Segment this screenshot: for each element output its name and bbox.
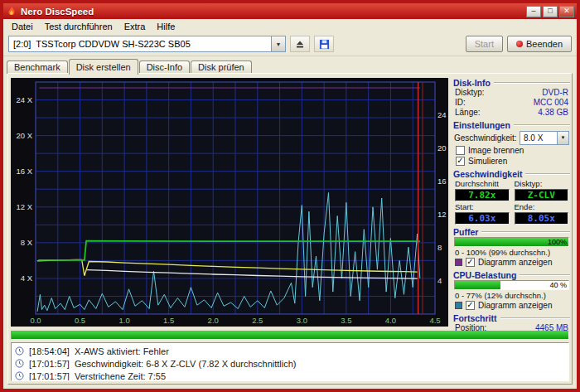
info-row: ID:MCC 004 [453, 98, 570, 108]
simulate-label: Simulieren [468, 157, 507, 166]
clock-icon [15, 346, 24, 356]
svg-text:8 X: 8 X [21, 238, 33, 247]
drive-selector-value: [2:0] TSSTcorp CDDVDW SH-S223C SB05 [13, 39, 191, 49]
svg-text:24 X: 24 X [16, 95, 32, 104]
save-icon [319, 39, 330, 50]
svg-text:16 X: 16 X [16, 167, 32, 176]
log-entry: [17:01:57]Verstrichene Zeit: 7:55 [15, 370, 565, 381]
buffer-title: Puffer [453, 227, 478, 237]
log-list[interactable]: [18:54:04]X-AWS aktiviert: Fehler[17:01:… [11, 342, 569, 381]
svg-text:8: 8 [437, 243, 442, 252]
eject-button[interactable] [290, 36, 310, 52]
clock-icon [15, 371, 24, 380]
tab-content: 4 X8 X12 X16 X20 X24 X48121620240.00.51.… [7, 73, 573, 385]
svg-text:16: 16 [437, 177, 447, 186]
overall-progress-bar [11, 331, 569, 340]
buffer-range: 0 - 100% (99% durchschn.) [453, 248, 570, 257]
save-button[interactable] [314, 36, 334, 52]
end-label: Ende: [515, 202, 569, 211]
cpu-diagram-label: Diagramm anzeigen [478, 301, 553, 310]
chevron-down-icon[interactable]: ▼ [271, 36, 285, 51]
buffer-legend-swatch [455, 259, 462, 266]
cpu-percent: 40 % [549, 281, 567, 289]
tab-disk-erstellen[interactable]: Disk erstellen [69, 59, 138, 75]
buffer-bar: 100% [454, 237, 569, 247]
menu-item-test-durchf-hren[interactable]: Test durchführen [40, 21, 118, 33]
menu-item-hilfe[interactable]: Hilfe [152, 21, 180, 33]
quit-button-label: Beenden [526, 39, 563, 49]
svg-text:0.5: 0.5 [75, 316, 85, 325]
clock-icon [15, 359, 24, 368]
start-label: Start: [455, 202, 510, 211]
svg-text:2.0: 2.0 [208, 316, 219, 325]
disc-type-display: Z-CLV [515, 189, 569, 201]
quit-button[interactable]: Beenden [507, 36, 572, 52]
svg-text:12: 12 [437, 210, 447, 219]
log-entry: [18:54:04]X-AWS aktiviert: Fehler [15, 345, 565, 357]
quit-icon [516, 41, 523, 47]
tab-disk-prüfen[interactable]: Disk prüfen [191, 60, 252, 74]
app-icon [6, 6, 17, 17]
burn-image-checkbox[interactable] [456, 146, 465, 155]
menu-item-extra[interactable]: Extra [119, 21, 151, 33]
svg-text:20 X: 20 X [16, 131, 32, 140]
simulate-checkbox[interactable] [456, 157, 465, 166]
cpu-title: CPU-Belastung [453, 270, 516, 280]
svg-text:1.5: 1.5 [163, 316, 174, 325]
speed-section: Geschwindigkeit Durchschnitt Disktyp: 7.… [453, 168, 570, 225]
cpu-diagram-checkbox[interactable] [466, 301, 475, 310]
speed-select-value: 8.0 X [524, 133, 543, 143]
info-row: Disktyp:DVD-R [453, 88, 570, 98]
buffer-diagram-checkbox[interactable] [466, 258, 475, 267]
disk-info-section: Disk-Info Disktyp:DVD-RID:MCC 004Länge:4… [453, 77, 570, 118]
app-window: Nero DiscSpeed – □ ✕ DateiTest durchführ… [0, 0, 580, 392]
progress-section: Fortschritt Position:4465 MBverstrichen:… [453, 312, 570, 332]
start-button[interactable]: Start [466, 36, 503, 52]
disk-info-rows: Disktyp:DVD-RID:MCC 004Länge:4.38 GB [453, 88, 570, 118]
svg-text:0.0: 0.0 [30, 316, 41, 325]
tab-benchmark[interactable]: Benchmark [7, 60, 68, 74]
svg-text:20: 20 [437, 143, 447, 152]
start-speed-display: 6.03x [455, 212, 510, 225]
svg-text:4: 4 [437, 276, 442, 285]
title-bar[interactable]: Nero DiscSpeed – □ ✕ [3, 3, 577, 19]
svg-text:2.5: 2.5 [252, 316, 263, 325]
log-entry: [17:01:57]Geschwindigkeit: 6-8 X Z-CLV (… [15, 357, 565, 370]
disc-type-label: Disktyp: [515, 179, 569, 188]
eject-icon [295, 39, 305, 49]
svg-text:3.0: 3.0 [297, 316, 307, 325]
svg-text:24: 24 [437, 110, 447, 119]
drive-selector[interactable]: [2:0] TSSTcorp CDDVDW SH-S223C SB05 ▼ [8, 36, 286, 52]
buffer-percent: 100% [548, 238, 567, 246]
maximize-button[interactable]: □ [543, 6, 558, 17]
buffer-diagram-label: Diagramm anzeigen [478, 258, 553, 267]
svg-text:3.5: 3.5 [341, 316, 351, 325]
svg-text:4.0: 4.0 [385, 316, 396, 325]
side-panel: Disk-Info Disktyp:DVD-RID:MCC 004Länge:4… [453, 77, 570, 332]
speed-select[interactable]: 8.0 X ▼ [520, 131, 569, 145]
svg-text:12 X: 12 X [16, 202, 32, 211]
minimize-button[interactable]: – [526, 6, 541, 17]
menu-bar: DateiTest durchführenExtraHilfe [3, 19, 577, 34]
cpu-range: 0 - 77% (12% durchschn.) [453, 291, 570, 300]
window-title: Nero DiscSpeed [21, 7, 94, 17]
svg-text:1.0: 1.0 [119, 316, 130, 325]
disk-info-title: Disk-Info [453, 78, 491, 88]
cpu-bar: 40 % [454, 280, 569, 290]
tab-disc-info[interactable]: Disc-Info [139, 60, 190, 74]
speed-section-title: Geschwindigkeit [453, 169, 522, 179]
cpu-section: CPU-Belastung 40 % 0 - 77% (12% durchsch… [453, 269, 570, 311]
close-button[interactable]: ✕ [559, 6, 574, 17]
settings-section: Einstellungen Geschwindigkeit: 8.0 X ▼ I… [453, 119, 570, 167]
speed-select-label: Geschwindigkeit: [454, 133, 517, 143]
svg-text:4.5: 4.5 [429, 316, 440, 325]
settings-title: Einstellungen [453, 120, 510, 130]
menu-item-datei[interactable]: Datei [7, 21, 38, 33]
buffer-section: Puffer 100% 0 - 100% (99% durchschn.) Di… [453, 226, 570, 268]
chevron-down-icon[interactable]: ▼ [557, 132, 568, 144]
svg-text:4 X: 4 X [21, 273, 33, 283]
burn-image-label: Image brennen [468, 146, 524, 155]
speed-chart: 4 X8 X12 X16 X20 X24 X48121620240.00.51.… [11, 78, 448, 327]
cpu-legend-swatch [455, 302, 462, 309]
progress-title: Fortschritt [453, 313, 497, 323]
